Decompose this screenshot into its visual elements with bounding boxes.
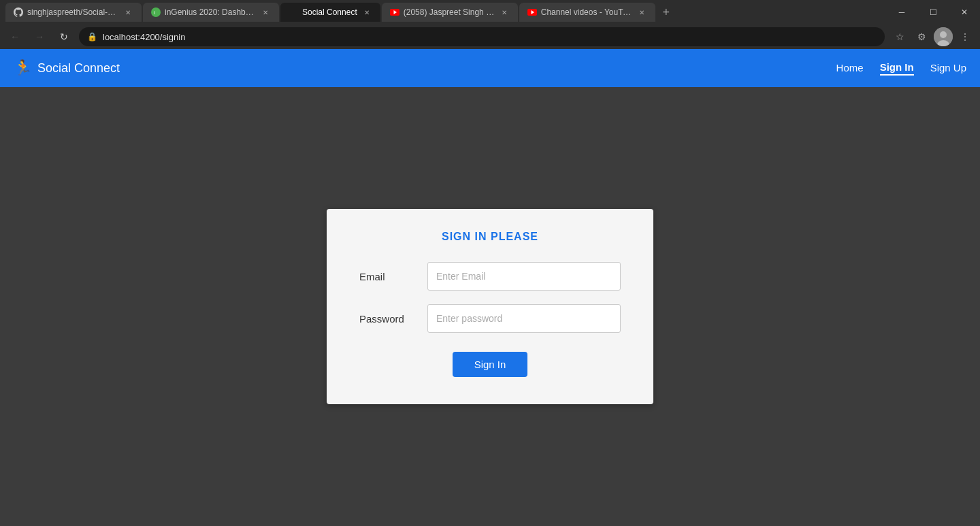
tab-youtube[interactable]: (2058) Jaspreet Singh - YouTube ✕ [382, 3, 518, 22]
reload-button[interactable]: ↻ [54, 27, 74, 46]
app-logo: 🏃 Social Connect [14, 59, 120, 77]
password-form-group: Password [359, 304, 621, 333]
email-input[interactable] [427, 262, 621, 291]
app-navbar: 🏃 Social Connect Home Sign In Sign Up [0, 49, 980, 87]
nav-signup[interactable]: Sign Up [930, 62, 966, 75]
password-label: Password [359, 313, 427, 325]
svg-text:i: i [154, 10, 155, 16]
ingenius-favicon: i [151, 7, 161, 17]
tab-youtube-close[interactable]: ✕ [499, 7, 510, 18]
social-connect-favicon: 🔗 [289, 7, 298, 17]
tab-youtube-studio-close[interactable]: ✕ [636, 7, 647, 18]
tab-youtube-title: (2058) Jaspreet Singh - YouTube [404, 7, 495, 17]
tab-social-connect-title: Social Connect [302, 7, 357, 17]
tab-github-close[interactable]: ✕ [122, 7, 133, 18]
nav-home[interactable]: Home [836, 62, 864, 75]
bookmark-button[interactable]: ☆ [890, 27, 909, 46]
maximize-button[interactable]: ☐ [917, 0, 949, 24]
tab-github[interactable]: singhjaspreeth/Social-Network: ✕ [5, 3, 142, 22]
address-actions: ☆ ⚙ ⋮ [890, 27, 975, 46]
email-label: Email [359, 271, 427, 282]
signin-button[interactable]: Sign In [453, 352, 528, 377]
url-text: localhost:4200/signin [103, 32, 185, 42]
tab-social-connect[interactable]: 🔗 Social Connect ✕ [280, 3, 380, 22]
tab-youtube-studio[interactable]: Channel videos - YouTube Studio ✕ [519, 3, 655, 22]
svg-point-0 [151, 7, 161, 17]
close-button[interactable]: ✕ [949, 0, 980, 24]
settings-button[interactable]: ⚙ [912, 27, 931, 46]
youtube-studio-favicon [527, 7, 537, 17]
browser-chrome: singhjaspreeth/Social-Network: ✕ i inGen… [0, 0, 980, 49]
forward-button[interactable]: → [30, 27, 49, 46]
svg-text:🔗: 🔗 [289, 7, 298, 17]
youtube-favicon-1 [390, 7, 399, 17]
tab-bar: singhjaspreeth/Social-Network: ✕ i inGen… [0, 0, 980, 24]
logo-icon: 🏃 [14, 59, 32, 77]
address-bar: ← → ↻ 🔒 localhost:4200/signin ☆ ⚙ ⋮ [0, 24, 980, 49]
user-avatar[interactable] [934, 27, 953, 46]
url-bar[interactable]: 🔒 localhost:4200/signin [79, 27, 885, 46]
back-button[interactable]: ← [5, 27, 24, 46]
svg-point-8 [940, 31, 947, 38]
github-favicon [14, 7, 23, 17]
signin-card: SIGN IN PLEASE Email Password Sign In [327, 209, 653, 404]
tab-ingenius-close[interactable]: ✕ [260, 7, 271, 18]
app-title: Social Connect [37, 61, 120, 76]
new-tab-button[interactable]: + [657, 3, 676, 22]
tab-youtube-studio-title: Channel videos - YouTube Studio [541, 7, 632, 17]
tab-social-connect-close[interactable]: ✕ [361, 7, 372, 18]
tab-ingenius[interactable]: i inGenius 2020: Dashboard | Dev… ✕ [143, 3, 279, 22]
window-controls: ─ ☐ ✕ [886, 0, 980, 24]
menu-button[interactable]: ⋮ [956, 27, 975, 46]
nav-links: Home Sign In Sign Up [836, 61, 966, 76]
form-actions: Sign In [359, 352, 621, 377]
tab-ingenius-title: inGenius 2020: Dashboard | Dev… [165, 7, 256, 17]
tab-github-title: singhjaspreeth/Social-Network: [27, 7, 118, 17]
email-form-group: Email [359, 262, 621, 291]
minimize-button[interactable]: ─ [886, 0, 917, 24]
nav-signin[interactable]: Sign In [880, 61, 914, 76]
password-input[interactable] [427, 304, 621, 333]
page-content: SIGN IN PLEASE Email Password Sign In [0, 87, 980, 526]
lock-icon: 🔒 [87, 32, 97, 42]
card-title: SIGN IN PLEASE [359, 231, 621, 243]
